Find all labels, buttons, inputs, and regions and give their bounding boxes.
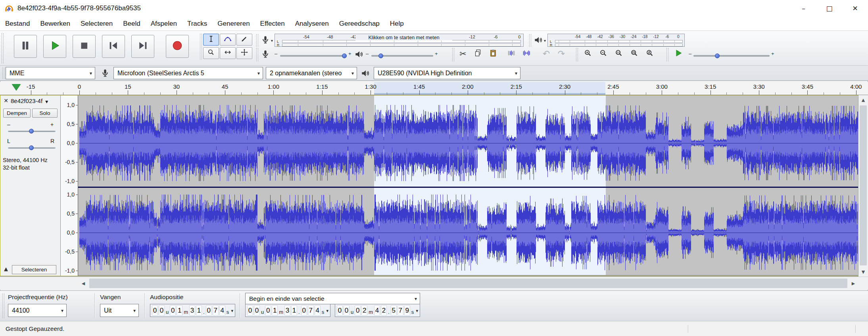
horizontal-scrollbar-thumb[interactable]: [89, 279, 847, 288]
timeline-pin-icon[interactable]: [12, 84, 21, 90]
stop-button[interactable]: [73, 35, 96, 58]
multi-tool-button[interactable]: [236, 47, 252, 59]
undo-button[interactable]: ↶: [540, 48, 553, 60]
track-select-button[interactable]: Selecteren: [12, 265, 56, 274]
cut-button[interactable]: ✂: [456, 48, 470, 60]
record-volume-slider[interactable]: [280, 55, 347, 57]
menu-tracks[interactable]: Tracks: [182, 17, 212, 31]
menu-genereren[interactable]: Genereren: [212, 17, 255, 31]
time-shift-tool-button[interactable]: [220, 47, 236, 59]
snap-select[interactable]: Uit ▾: [100, 304, 139, 317]
track-collapse-button[interactable]: ▲: [4, 266, 8, 271]
selection-mode-select[interactable]: Begin en einde van selectie ▾: [245, 293, 420, 304]
menu-afspelen[interactable]: Afspelen: [146, 17, 182, 31]
envelope-tool-button[interactable]: [220, 34, 236, 46]
playback-device-select[interactable]: U28E590 (NVIDIA High Definition ▾: [374, 67, 520, 79]
gain-slider-thumb[interactable]: [29, 129, 34, 134]
time-digit[interactable]: 0: [355, 305, 361, 316]
vertical-scrollbar[interactable]: ▲ ▼: [858, 95, 868, 277]
track-name-menu[interactable]: 8e42f023-4f ▼: [11, 97, 58, 104]
play-meter-grip[interactable]: [529, 34, 531, 47]
time-digit[interactable]: 3: [284, 305, 290, 316]
time-digit[interactable]: 5: [391, 305, 397, 316]
edit-toolbar-grip[interactable]: [452, 48, 454, 61]
time-digit[interactable]: 0: [337, 305, 343, 316]
track-close-button[interactable]: ✕: [2, 97, 10, 104]
draw-tool-button[interactable]: [236, 34, 252, 46]
speed-slider-thumb[interactable]: [715, 53, 720, 58]
record-volume-slider-thumb[interactable]: [342, 53, 347, 58]
zoom-toolbar-grip[interactable]: [576, 48, 578, 61]
device-toolbar-grip[interactable]: [2, 67, 4, 79]
zoom-toggle-button[interactable]: [643, 48, 657, 60]
record-meter[interactable]: L R -54-48-42-36-30-24-18-12-60Klikken o…: [275, 34, 524, 47]
menu-analyseren[interactable]: Analyseren: [290, 17, 334, 31]
menu-bewerken[interactable]: Bewerken: [35, 17, 75, 31]
time-digit[interactable]: 0: [170, 305, 176, 316]
time-digit[interactable]: 1: [177, 305, 182, 316]
time-digit[interactable]: 1: [272, 305, 278, 316]
scroll-down-icon[interactable]: ▼: [858, 267, 868, 277]
menu-bestand[interactable]: Bestand: [0, 17, 35, 31]
zoom-to-selection-button[interactable]: [612, 48, 626, 60]
time-digit[interactable]: 4: [315, 305, 321, 316]
transport-toolbar-grip[interactable]: [2, 33, 4, 63]
waveform-channel-2[interactable]: [78, 188, 858, 275]
time-digit[interactable]: 0: [301, 305, 307, 316]
record-meter-grip[interactable]: [256, 34, 258, 47]
time-digit[interactable]: 0: [254, 305, 260, 316]
time-digit[interactable]: 4: [219, 305, 225, 316]
fit-project-button[interactable]: [627, 48, 641, 60]
zoom-tool-button[interactable]: [203, 47, 219, 59]
selection-toolbar-grip[interactable]: [2, 294, 4, 318]
menu-beeld[interactable]: Beeld: [118, 17, 145, 31]
waveform-channel-1[interactable]: [78, 95, 858, 187]
time-field-menu-arrow[interactable]: ▾: [231, 308, 233, 313]
time-field-menu-arrow[interactable]: ▾: [416, 308, 418, 313]
recording-device-select[interactable]: Microfoon (SteelSeries Arctis 5 ▾: [113, 67, 263, 79]
time-digit[interactable]: 0: [206, 305, 212, 316]
redo-button[interactable]: ↷: [555, 48, 568, 60]
selection-start-field[interactable]: 00u01m31.074s▾: [245, 304, 330, 317]
selection-end-field[interactable]: 00u02m42.579s▾: [335, 304, 420, 317]
scroll-right-icon[interactable]: ▶: [848, 277, 858, 290]
trim-audio-button[interactable]: [505, 48, 518, 60]
record-meter-overlay-text[interactable]: Klikken om te starten met meten: [355, 34, 452, 40]
time-digit[interactable]: 1: [196, 305, 202, 316]
audio-position-field[interactable]: 00u01m31.074s▾: [150, 304, 235, 317]
pan-slider-thumb[interactable]: [29, 145, 34, 150]
close-button[interactable]: ✕: [842, 0, 868, 17]
time-digit[interactable]: 0: [344, 305, 350, 316]
zoom-in-button[interactable]: [581, 48, 595, 60]
time-digit[interactable]: 7: [308, 305, 314, 316]
mixer-toolbar-grip[interactable]: [256, 48, 258, 61]
play-volume-slider-thumb[interactable]: [378, 53, 383, 58]
tools-toolbar-grip[interactable]: [200, 34, 202, 60]
record-meter-dropdown-arrow[interactable]: ▾: [271, 39, 273, 43]
time-digit[interactable]: 0: [152, 305, 158, 316]
play-meter-dropdown-arrow[interactable]: ▾: [544, 39, 546, 43]
project-rate-select[interactable]: 44100 ▾: [8, 304, 67, 317]
record-button[interactable]: [166, 35, 189, 58]
skip-to-start-button[interactable]: [102, 35, 125, 58]
audio-host-select[interactable]: MME ▾: [6, 67, 95, 79]
maximize-button[interactable]: □: [816, 0, 842, 17]
vertical-scrollbar-thumb[interactable]: [860, 105, 867, 265]
copy-button[interactable]: [471, 48, 485, 60]
solo-button[interactable]: Solo: [32, 109, 58, 118]
timeline-selection-region[interactable]: [374, 82, 605, 95]
menu-selecteren[interactable]: Selecteren: [75, 17, 118, 31]
play-button[interactable]: [43, 35, 66, 58]
time-digit[interactable]: 2: [381, 305, 387, 316]
time-digit[interactable]: 7: [213, 305, 219, 316]
play-at-speed-button[interactable]: [671, 48, 686, 60]
time-digit[interactable]: 1: [291, 305, 297, 316]
skip-to-end-button[interactable]: [131, 35, 154, 58]
timeline-ruler[interactable]: -1501530451:001:151:301:452:002:152:302:…: [0, 82, 868, 95]
mute-button[interactable]: Dempen: [3, 109, 31, 118]
menu-help[interactable]: Help: [385, 17, 409, 31]
selection-tool-button[interactable]: [203, 34, 219, 46]
play-meter[interactable]: L R -54-48-42-36-30-24-18-12-60: [547, 34, 685, 47]
time-digit[interactable]: 4: [374, 305, 380, 316]
time-digit[interactable]: 3: [189, 305, 195, 316]
